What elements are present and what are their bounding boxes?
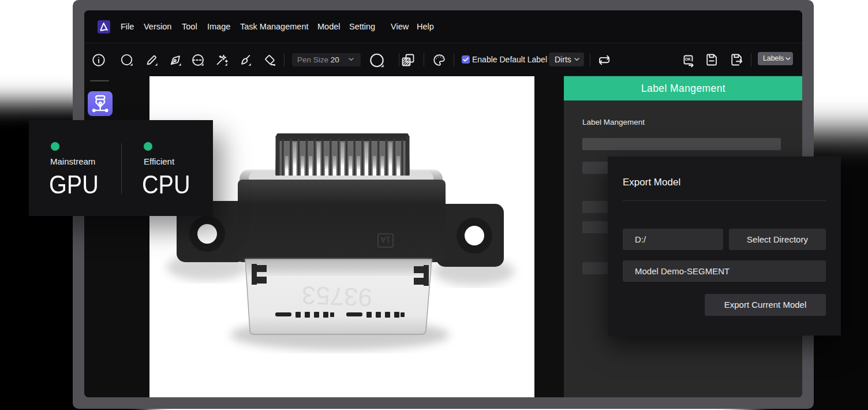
svg-text:1A: 1A: [380, 235, 391, 244]
svg-text:93753: 93753: [301, 281, 373, 312]
svg-text:OK: OK: [685, 57, 691, 61]
